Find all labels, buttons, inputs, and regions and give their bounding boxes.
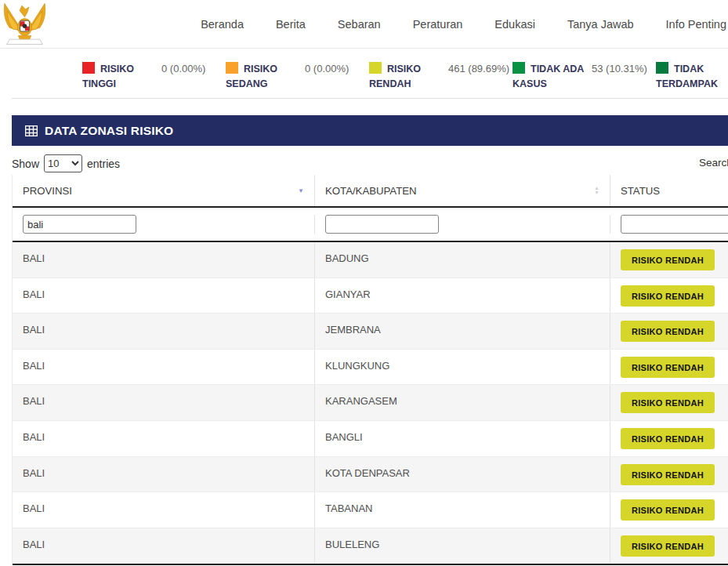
table-filter-row (13, 208, 728, 242)
table-row: BALI GIANYAR RISIKO RENDAH (13, 278, 728, 314)
legend-swatch (369, 62, 382, 74)
provinsi-cell: BALI (13, 421, 314, 456)
kota-cell: KARANGASEM (314, 385, 610, 420)
legend-value: 0 (0.00%) (161, 62, 226, 92)
entries-label: entries (87, 158, 120, 170)
legend-swatch (82, 62, 95, 74)
legend-item: TIDAK TERDAMPAK (656, 62, 728, 92)
provinsi-cell: BALI (13, 385, 314, 420)
sort-icons: ▲▼ (594, 186, 599, 195)
provinsi-cell: BALI (13, 314, 314, 349)
status-badge: RISIKO RENDAH (621, 535, 715, 557)
table-row: BALI BULELENG RISIKO RENDAH (13, 528, 728, 564)
nav-item-berita[interactable]: Berita (276, 18, 306, 31)
provinsi-filter-input[interactable] (23, 215, 136, 234)
provinsi-cell: BALI (13, 350, 314, 385)
legend-swatch (512, 62, 525, 74)
kota-cell: TABANAN (314, 492, 610, 528)
legend-value: 461 (89.69%) (448, 62, 512, 92)
column-header-status[interactable]: STATUS (610, 175, 728, 206)
table-icon (25, 125, 38, 136)
nav-item-info-penting[interactable]: Info Penting (666, 18, 726, 31)
kota-cell: KLUNGKUNG (314, 350, 610, 385)
column-header-kota-kabupaten[interactable]: KOTA/KABUPATEN ▲▼ (314, 175, 610, 206)
panel-title: DATA ZONASI RISIKO (45, 124, 173, 138)
provinsi-cell: BALI (13, 492, 314, 528)
panel-header: DATA ZONASI RISIKO (12, 115, 728, 146)
status-badge: RISIKO RENDAH (621, 285, 715, 307)
sort-desc-icon: ▼ (298, 187, 304, 194)
legend-swatch (226, 62, 238, 74)
risk-legend: RISIKO TINGGI 0 (0.00%) RISIKO SEDANG 0 … (12, 49, 728, 92)
status-badge: RISIKO RENDAH (621, 428, 715, 449)
nav-menu: BerandaBeritaSebaranPeraturanEdukasiTany… (201, 18, 728, 31)
status-filter-input[interactable] (621, 215, 728, 234)
garuda-pancasila-logo[interactable] (3, 1, 46, 46)
nav-item-beranda[interactable]: Beranda (201, 18, 244, 31)
nav-item-edukasi[interactable]: Edukasi (494, 18, 535, 31)
search-label: Search (699, 157, 728, 169)
kota-cell: BADUNG (314, 242, 610, 278)
legend-value: 53 (10.31%) (592, 62, 656, 92)
provinsi-cell: BALI (13, 457, 314, 492)
show-label: Show (12, 158, 39, 170)
table-row: BALI KARANGASEM RISIKO RENDAH (13, 385, 728, 421)
legend-item: TIDAK ADA KASUS 53 (10.31%) (512, 62, 656, 92)
nav-item-peraturan[interactable]: Peraturan (413, 18, 463, 31)
table-row: BALI BANGLI RISIKO RENDAH (13, 421, 728, 457)
show-entries-group: Show 10 entries (0, 146, 728, 172)
legend-value: 0 (0.00%) (305, 62, 369, 92)
zonasi-table: PROVINSI ▼ KOTA/KABUPATEN ▲▼ STATUS BALI… (12, 175, 728, 565)
kota-cell: BANGLI (314, 421, 610, 456)
status-badge: RISIKO RENDAH (621, 321, 715, 342)
kota-cell: GIANYAR (314, 278, 610, 314)
nav-item-tanya-jawab[interactable]: Tanya Jawab (567, 18, 634, 31)
table-row: BALI KLUNGKUNG RISIKO RENDAH (13, 350, 728, 386)
column-header-provinsi[interactable]: PROVINSI ▼ (13, 175, 314, 206)
status-badge: RISIKO RENDAH (621, 392, 715, 413)
table-header-row: PROVINSI ▼ KOTA/KABUPATEN ▲▼ STATUS (13, 175, 728, 208)
table-row: BALI TABANAN RISIKO RENDAH (13, 492, 728, 528)
provinsi-cell: BALI (13, 242, 314, 278)
status-badge: RISIKO RENDAH (621, 249, 715, 270)
page: { "nav": { "items": ["Beranda", "Berita"… (0, 0, 728, 566)
risk-legend-section: RISIKO TINGGI 0 (0.00%) RISIKO SEDANG 0 … (12, 49, 728, 99)
table-row: BALI KOTA DENPASAR RISIKO RENDAH (13, 457, 728, 493)
kota-cell: JEMBRANA (314, 314, 610, 349)
table-controls: Show 10 entries Search (0, 146, 728, 175)
legend-swatch (656, 62, 668, 74)
legend-item: RISIKO RENDAH 461 (89.69%) (369, 62, 512, 92)
table-row: BALI JEMBRANA RISIKO RENDAH (13, 314, 728, 350)
status-badge: RISIKO RENDAH (621, 499, 715, 521)
status-badge: RISIKO RENDAH (621, 357, 715, 378)
kota-filter-input[interactable] (325, 215, 439, 234)
table-row: BALI BADUNG RISIKO RENDAH (13, 242, 728, 278)
table-body: BALI BADUNG RISIKO RENDAH BALI GIANYAR R… (13, 242, 728, 565)
provinsi-cell: BALI (13, 528, 314, 564)
provinsi-cell: BALI (13, 278, 314, 314)
kota-cell: BULELENG (314, 528, 610, 564)
entries-select[interactable]: 10 (44, 154, 82, 172)
status-badge: RISIKO RENDAH (621, 464, 715, 485)
top-navbar: BerandaBeritaSebaranPeraturanEdukasiTany… (0, 0, 728, 49)
nav-item-sebaran[interactable]: Sebaran (338, 18, 381, 31)
legend-item: RISIKO TINGGI 0 (0.00%) (82, 62, 226, 92)
kota-cell: KOTA DENPASAR (314, 457, 610, 492)
legend-item: RISIKO SEDANG 0 (0.00%) (226, 62, 369, 92)
